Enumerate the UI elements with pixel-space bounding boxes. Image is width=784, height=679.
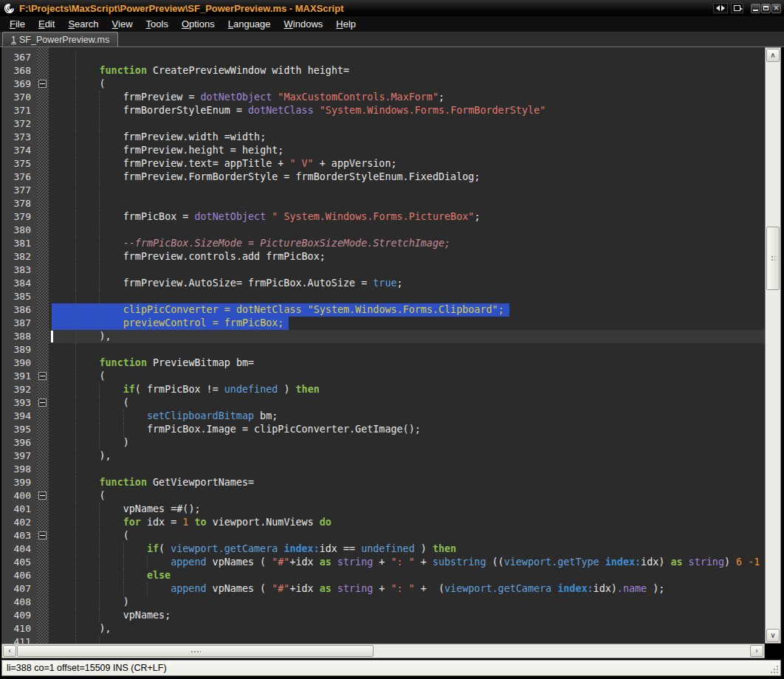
fold-margin-cell[interactable]	[37, 170, 49, 184]
tab-sf-powerpreview[interactable]: 1SF_PowerPreview.ms	[2, 32, 118, 46]
fold-margin-cell[interactable]	[37, 330, 49, 343]
horizontal-scrollbar[interactable]: ‹ ›	[1, 644, 765, 658]
fold-margin-cell[interactable]	[37, 104, 49, 117]
fold-margin-cell[interactable]	[37, 91, 49, 104]
code-line[interactable]: (	[49, 370, 765, 383]
fold-margin-cell[interactable]	[37, 529, 49, 542]
code-line[interactable]	[49, 463, 765, 476]
fold-collapse-marker[interactable]	[38, 80, 47, 88]
code-line[interactable]	[49, 290, 765, 303]
code-line[interactable]: ),	[49, 449, 765, 463]
code-line[interactable]: append vpNames ( "#"+idx as string + ": …	[49, 582, 765, 596]
maximize-button[interactable]	[761, 4, 771, 13]
minimize-button[interactable]	[751, 4, 760, 13]
fold-collapse-marker[interactable]	[38, 372, 47, 380]
fold-margin-cell[interactable]	[37, 64, 49, 77]
close-button[interactable]: ×	[771, 4, 781, 13]
fold-margin-cell[interactable]	[37, 622, 49, 635]
code-line[interactable]	[49, 51, 765, 64]
fold-margin-cell[interactable]	[37, 317, 49, 330]
fold-margin-cell[interactable]	[37, 77, 49, 91]
code-line[interactable]: (	[49, 396, 765, 410]
scroll-up-button[interactable]: ∧	[766, 49, 780, 62]
fold-margin-cell[interactable]	[37, 423, 49, 436]
fold-margin-cell[interactable]	[37, 596, 49, 609]
fold-margin-cell[interactable]	[37, 224, 49, 237]
code-line[interactable]: function PreviewBitmap bm=	[49, 356, 765, 370]
fold-margin-cell[interactable]	[37, 516, 49, 529]
code-line[interactable]	[49, 117, 765, 131]
code-line[interactable]: previewControl = frmPicBox;	[49, 317, 765, 330]
fold-margin-cell[interactable]	[37, 436, 49, 449]
code-line[interactable]: else	[49, 569, 765, 582]
code-line[interactable]: frmPicBox = dotNetObject " System.Window…	[49, 210, 765, 224]
menu-item-windows[interactable]: Windows	[278, 17, 330, 31]
fold-margin-cell[interactable]	[37, 131, 49, 144]
menu-item-view[interactable]: View	[106, 17, 140, 31]
code-line[interactable]	[49, 184, 765, 197]
code-line[interactable]: vpNames =#();	[49, 503, 765, 516]
fold-margin-cell[interactable]	[37, 51, 49, 64]
code-line[interactable]: frmPreview.FormBorderStyle = frmBorderSt…	[49, 170, 765, 184]
code-line[interactable]: frmPreview.AutoSize= frmPicBox.AutoSize …	[49, 277, 765, 290]
scroll-left-button[interactable]: ‹	[3, 645, 16, 657]
menu-item-edit[interactable]: Edit	[32, 17, 61, 31]
fold-collapse-marker[interactable]	[38, 492, 47, 500]
code-line[interactable]	[49, 635, 765, 644]
code-line[interactable]: for idx = 1 to viewport.NumViews do	[49, 516, 765, 529]
code-line[interactable]: frmPreview.width =width;	[49, 131, 765, 144]
code-line[interactable]: --frmPicBox.SizeMode = PictureBoxSizeMod…	[49, 237, 765, 250]
fold-margin-cell[interactable]	[37, 569, 49, 582]
code-line[interactable]: )	[49, 436, 765, 449]
menu-item-search[interactable]: Search	[61, 17, 105, 31]
vertical-scrollbar[interactable]: ∧ ∨	[765, 47, 781, 644]
fold-margin-cell[interactable]	[37, 582, 49, 596]
code-line[interactable]: frmPreview.text= appTitle + " V" + appVe…	[49, 157, 765, 170]
horizontal-scroll-thumb[interactable]	[17, 645, 374, 657]
fold-margin-cell[interactable]	[37, 184, 49, 197]
fold-margin-cell[interactable]	[37, 489, 49, 503]
fold-margin-cell[interactable]	[37, 463, 49, 476]
code-line[interactable]	[49, 263, 765, 277]
code-line[interactable]: frmPreview.height = height;	[49, 144, 765, 157]
fold-margin-cell[interactable]	[37, 383, 49, 396]
scroll-right-button[interactable]: ›	[750, 645, 763, 657]
fold-margin-cell[interactable]	[37, 277, 49, 290]
fold-margin-cell[interactable]	[37, 237, 49, 250]
fold-margin-cell[interactable]	[37, 303, 49, 317]
code-line[interactable]: vpNames;	[49, 609, 765, 622]
menu-item-tools[interactable]: Tools	[140, 17, 175, 31]
fold-margin-cell[interactable]	[37, 250, 49, 263]
fold-collapse-marker[interactable]	[38, 399, 47, 407]
fold-margin-cell[interactable]	[37, 476, 49, 489]
code-editor[interactable]: 367368function CreatePreviewWindow width…	[1, 47, 765, 644]
code-line[interactable]: if( frmPicBox != undefined ) then	[49, 383, 765, 396]
fold-margin-cell[interactable]	[37, 370, 49, 383]
code-line[interactable]	[49, 343, 765, 356]
code-line[interactable]: (	[49, 489, 765, 503]
fold-margin-cell[interactable]	[37, 542, 49, 556]
code-line[interactable]: (	[49, 77, 765, 91]
fold-margin-cell[interactable]	[37, 503, 49, 516]
fold-margin-cell[interactable]	[37, 197, 49, 210]
fold-margin-cell[interactable]	[37, 343, 49, 356]
dock-window-icon[interactable]	[731, 3, 743, 13]
split-view-icon[interactable]	[713, 3, 728, 13]
scroll-down-button[interactable]: ∨	[766, 629, 780, 642]
fold-margin-cell[interactable]	[37, 144, 49, 157]
fold-collapse-marker[interactable]	[38, 531, 47, 540]
code-line[interactable]: ),	[49, 622, 765, 635]
fold-margin-cell[interactable]	[37, 556, 49, 569]
menu-item-options[interactable]: Options	[175, 17, 221, 31]
code-line[interactable]	[49, 197, 765, 210]
menu-item-help[interactable]: Help	[329, 17, 362, 31]
menu-item-file[interactable]: File	[3, 17, 32, 31]
code-line[interactable]: frmBorderStyleEnum = dotNetClass "System…	[49, 104, 765, 117]
code-line[interactable]: frmPreview.controls.add frmPicBox;	[49, 250, 765, 263]
code-line[interactable]: if( viewport.getCamera index:idx == unde…	[49, 542, 765, 556]
fold-margin-cell[interactable]	[37, 356, 49, 370]
vertical-scroll-thumb[interactable]	[766, 227, 780, 290]
code-line[interactable]: frmPreview = dotNetObject "MaxCustomCont…	[49, 91, 765, 104]
resize-grip-icon[interactable]	[769, 664, 779, 674]
fold-margin-cell[interactable]	[37, 117, 49, 131]
